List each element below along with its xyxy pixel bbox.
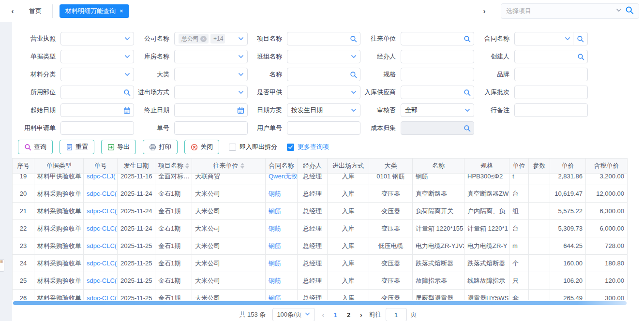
filter-input[interactable] <box>291 71 348 78</box>
checkbox-unchecked-icon[interactable] <box>229 144 236 151</box>
table-row[interactable]: 23材料采购验收单sdpc-CLC(2025-11-25金石1期大米公司钢筋总经… <box>13 237 628 255</box>
filter-input-box[interactable] <box>401 86 474 99</box>
table-row[interactable]: 20材料采购验收单sdpc-CLC(2025-11-24金石1期大米公司钢筋总经… <box>13 185 628 203</box>
filter-input[interactable] <box>179 89 236 96</box>
chevron-down-icon[interactable] <box>238 89 244 96</box>
chevron-down-icon[interactable] <box>615 7 622 15</box>
tab-close-icon[interactable]: × <box>120 4 123 18</box>
table-cell-link[interactable]: 钢筋 <box>266 290 298 301</box>
calendar-icon[interactable] <box>237 107 244 114</box>
search-icon[interactable] <box>625 6 634 16</box>
project-select-input[interactable] <box>506 7 613 15</box>
filter-input-box[interactable] <box>174 103 248 117</box>
table-cell-link[interactable]: sdpc-CLJ( <box>84 174 118 185</box>
column-header[interactable]: 项目名称 <box>155 159 192 174</box>
toolbar-checkbox[interactable]: 即入即出拆分 <box>229 143 277 151</box>
filter-input-box[interactable] <box>60 86 134 99</box>
search-icon[interactable] <box>573 32 587 45</box>
filter-input-box[interactable] <box>60 103 134 117</box>
filter-input-box[interactable] <box>60 50 134 63</box>
table-cell-link[interactable]: 钢筋 <box>266 237 298 255</box>
chevron-down-icon[interactable] <box>564 35 571 42</box>
page-number-button[interactable]: 2 <box>347 311 350 319</box>
search-icon[interactable] <box>577 53 584 60</box>
filter-input-box[interactable] <box>514 103 588 117</box>
filter-input[interactable] <box>179 53 236 60</box>
table-cell-link[interactable]: 钢筋 <box>266 220 298 237</box>
filter-input-box[interactable] <box>514 86 588 99</box>
filter-input-box[interactable] <box>401 68 474 81</box>
filter-input-box[interactable] <box>401 121 474 135</box>
filter-input[interactable] <box>405 107 462 114</box>
forward-chevron-icon[interactable]: › <box>479 7 490 15</box>
filter-input[interactable] <box>291 125 357 132</box>
filter-input-box[interactable] <box>287 32 360 45</box>
search-icon[interactable] <box>464 89 471 96</box>
table-cell-link[interactable]: sdpc-CLC( <box>84 290 118 301</box>
collapsed-panel-handle[interactable]: ☰ <box>0 259 4 272</box>
filter-input-box[interactable] <box>401 50 474 63</box>
chevron-down-icon[interactable] <box>304 311 311 319</box>
table-row[interactable]: 22材料采购验收单sdpc-CLC(2025-11-24金石1期大米公司钢筋总经… <box>13 220 628 237</box>
filter-input[interactable] <box>291 53 348 60</box>
filter-input[interactable] <box>519 71 584 78</box>
prev-page-icon[interactable]: ‹ <box>322 311 324 319</box>
filter-input-box[interactable] <box>60 68 134 81</box>
filter-input-box[interactable] <box>174 121 248 135</box>
chevron-down-icon[interactable] <box>238 35 244 42</box>
filter-input[interactable] <box>65 107 121 114</box>
filter-input-box[interactable] <box>60 32 134 45</box>
filter-input-box[interactable] <box>287 121 360 135</box>
tag-remove-icon[interactable]: × <box>200 36 207 42</box>
filter-input[interactable] <box>405 125 462 132</box>
filter-input-box[interactable] <box>174 50 248 63</box>
filter-input[interactable] <box>65 125 131 132</box>
filter-input[interactable] <box>291 107 348 114</box>
search-icon[interactable] <box>350 35 357 43</box>
table-cell-link[interactable]: 钢筋 <box>266 185 298 203</box>
table-row[interactable]: 26材料采购验收单sdpc-CLC(2025-11-25金石1期大米公司钢筋总经… <box>13 290 628 301</box>
project-select[interactable] <box>501 3 639 19</box>
filter-input-box[interactable] <box>287 103 360 117</box>
chevron-down-icon[interactable] <box>124 53 131 60</box>
table-row[interactable]: 24材料采购验收单sdpc-CLC(2025-11-25金石1期大米公司钢筋总经… <box>13 255 628 272</box>
table-cell-link[interactable]: sdpc-CLC( <box>84 272 118 290</box>
table-cell-link[interactable]: sdpc-CLC( <box>84 220 118 237</box>
filter-input-box[interactable] <box>287 50 360 63</box>
search-icon[interactable] <box>464 35 471 43</box>
search-icon[interactable] <box>464 125 471 132</box>
table-cell-link[interactable]: 钢筋 <box>266 255 298 272</box>
sort-arrows-icon[interactable] <box>240 163 244 169</box>
back-chevron-icon[interactable]: ‹ <box>7 7 18 15</box>
filter-input-box[interactable] <box>60 121 134 135</box>
chevron-down-icon[interactable] <box>350 107 357 114</box>
table-row[interactable]: 21材料采购验收单sdpc-CLC(2025-11-24金石1期大米公司钢筋总经… <box>13 203 628 220</box>
table-cell-link[interactable]: 钢筋 <box>266 272 298 290</box>
filter-input-box[interactable] <box>401 103 474 117</box>
toolbar-button[interactable]: 查询 <box>18 140 53 154</box>
filter-input[interactable] <box>65 35 122 43</box>
table-cell-link[interactable]: sdpc-CLC( <box>84 237 118 255</box>
table-cell-link[interactable]: 钢筋 <box>266 203 298 220</box>
filter-input-box[interactable] <box>174 68 248 81</box>
table-cell-link[interactable]: sdpc-CLC( <box>84 203 118 220</box>
horizontal-scrollbar[interactable] <box>13 301 627 305</box>
filter-input[interactable] <box>519 89 584 96</box>
filter-input-box[interactable]: 总公司×+14 <box>174 32 248 45</box>
tab-material-query[interactable]: 材料明细万能查询 × <box>60 4 129 18</box>
chevron-down-icon[interactable] <box>124 35 131 42</box>
filter-input[interactable] <box>519 107 584 114</box>
calendar-icon[interactable] <box>123 107 131 114</box>
filter-input[interactable] <box>291 89 348 96</box>
chevron-down-icon[interactable] <box>350 53 357 60</box>
filter-input[interactable] <box>179 107 235 114</box>
column-header[interactable]: 往来单位 <box>192 159 266 174</box>
table-cell-link[interactable]: Qwen无敌 <box>266 174 298 185</box>
filter-input[interactable] <box>65 89 121 96</box>
chevron-down-icon[interactable] <box>464 107 471 114</box>
filter-input[interactable] <box>405 35 462 43</box>
filter-input-box[interactable] <box>174 86 248 99</box>
toolbar-button[interactable]: 打印 <box>143 140 178 154</box>
filter-input[interactable] <box>65 53 122 60</box>
toolbar-checkbox[interactable]: 更多查询项 <box>287 143 329 151</box>
